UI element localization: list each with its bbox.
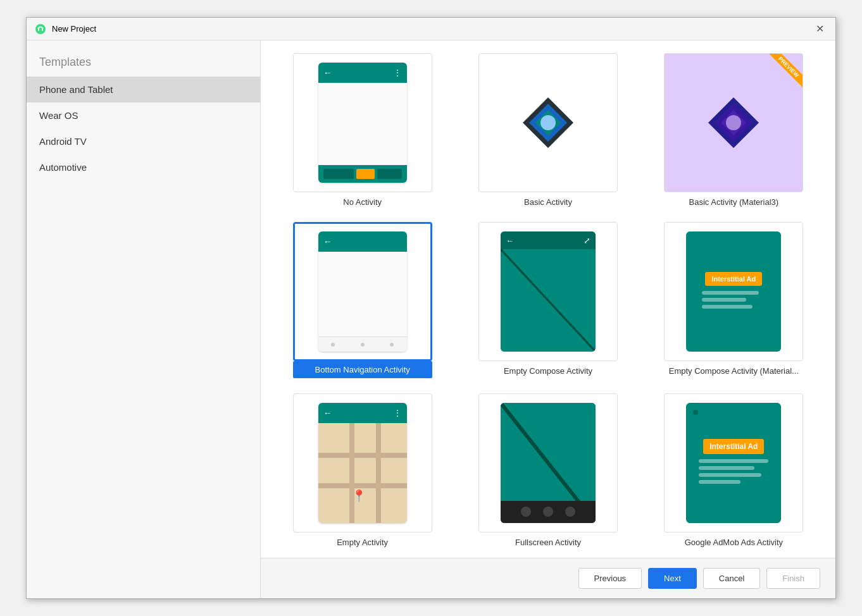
- template-bottom-navigation[interactable]: ← Bottom Navigation Activity: [276, 222, 449, 378]
- template-thumb-admob: Interstitial Ad: [664, 393, 803, 533]
- template-no-activity[interactable]: ← ⋮ No Activity: [276, 53, 449, 207]
- admob-content-line-2: [699, 466, 754, 470]
- template-label-admob: Google AdMob Ads Activity: [685, 538, 783, 547]
- phone-body-bottom-nav: [318, 252, 407, 336]
- button-bar: Previous Next Cancel Finish: [261, 558, 835, 598]
- sidebar-item-automotive[interactable]: Automotive: [27, 154, 260, 180]
- menu-icon: ⋮: [394, 68, 402, 77]
- map-mockup: ← ⋮ 📍: [318, 403, 407, 523]
- compose-mockup: ← ⤢: [501, 231, 596, 352]
- fullscreen-svg: [501, 403, 596, 523]
- template-thumb-empty-compose: ← ⤢: [478, 222, 618, 361]
- map-toolbar: ← ⋮: [318, 403, 407, 423]
- admob-top-dot: [693, 410, 698, 415]
- content-area: ← ⋮ No Activity: [261, 40, 835, 598]
- admob-lines: [702, 291, 765, 312]
- compose-back-icon: ←: [506, 236, 514, 245]
- template-empty-activity[interactable]: ← ⋮ 📍 Empty Activity: [276, 393, 449, 547]
- svg-point-19: [565, 507, 575, 517]
- nav-dot-2: [361, 343, 365, 347]
- template-basic-activity-material3[interactable]: PREVIEW Basic Activity (Material3): [647, 53, 820, 207]
- bar-seg-3: [377, 169, 402, 179]
- svg-point-18: [543, 507, 553, 517]
- map-pin-icon: 📍: [352, 489, 366, 503]
- map-road-v2: [376, 423, 381, 523]
- template-label-empty-compose-material: Empty Compose Activity (Material...: [669, 366, 799, 376]
- phone-mockup-no-activity: ← ⋮: [318, 63, 407, 183]
- android-icon: [34, 23, 47, 35]
- cancel-button[interactable]: Cancel: [703, 568, 760, 589]
- sidebar-item-phone-tablet[interactable]: Phone and Tablet: [27, 77, 260, 102]
- svg-rect-1: [38, 28, 39, 31]
- compose-body: [501, 249, 596, 352]
- admob-content-line-4: [699, 480, 740, 484]
- map-back-icon: ←: [323, 408, 332, 418]
- phone-bottom-bar: [318, 165, 407, 183]
- bar-seg-2: [356, 169, 375, 179]
- admob-mockup-main: Interstitial Ad: [686, 403, 781, 523]
- map-road-h2: [318, 483, 407, 488]
- template-label-bottom-nav: Bottom Navigation Activity: [293, 361, 432, 378]
- preview-text: PREVIEW: [768, 54, 803, 88]
- map-road-v1: [349, 423, 354, 523]
- svg-point-8: [540, 115, 556, 130]
- preview-badge: PREVIEW: [765, 54, 803, 92]
- fullscreen-mockup: [501, 403, 596, 523]
- finish-button[interactable]: Finish: [766, 568, 820, 589]
- bar-seg-1: [323, 169, 354, 179]
- admob-content-line-3: [699, 473, 761, 477]
- template-thumb-bottom-nav: ←: [293, 222, 432, 361]
- template-label-empty-activity: Empty Activity: [337, 538, 388, 547]
- template-thumb-empty-compose-material: Interstitial Ad: [664, 222, 803, 361]
- window-title: New Project: [52, 24, 812, 34]
- admob-content-line-1: [699, 459, 768, 463]
- admob-line-2: [702, 298, 746, 302]
- sidebar-item-wear-os[interactable]: Wear OS: [27, 102, 260, 128]
- template-label-basic-material3: Basic Activity (Material3): [689, 197, 779, 207]
- svg-rect-2: [42, 28, 43, 31]
- new-project-window: New Project ✕ Templates Phone and Tablet…: [26, 17, 836, 599]
- nav-dot-3: [390, 343, 394, 347]
- map-body: 📍: [318, 423, 407, 523]
- admob-dot-small: [693, 410, 698, 415]
- close-button[interactable]: ✕: [812, 22, 828, 36]
- template-empty-compose[interactable]: ← ⤢ Empty Co: [461, 222, 634, 378]
- phone-mockup-bottom-nav: ←: [318, 231, 407, 352]
- admob-line-1: [702, 291, 759, 295]
- template-basic-activity[interactable]: Basic Activity: [461, 53, 634, 207]
- svg-point-4: [41, 27, 42, 28]
- sidebar: Templates Phone and Tablet Wear OS Andro…: [27, 40, 261, 598]
- template-label-no-activity: No Activity: [343, 197, 382, 207]
- back-arrow-icon: ←: [323, 68, 332, 78]
- nav-dot-1: [331, 343, 335, 347]
- svg-point-17: [521, 507, 531, 517]
- admob-compose-mockup: Interstitial Ad: [686, 231, 781, 352]
- template-admob-ads[interactable]: Interstitial Ad Google AdMob Ads Activit…: [647, 393, 820, 547]
- basic-activity-icon: [520, 94, 577, 151]
- template-fullscreen-activity[interactable]: Fullscreen Activity: [461, 393, 634, 547]
- previous-button[interactable]: Previous: [578, 568, 642, 589]
- template-empty-compose-material[interactable]: Interstitial Ad Empty Compose Activity (…: [647, 222, 820, 378]
- main-content: Templates Phone and Tablet Wear OS Andro…: [27, 40, 835, 598]
- map-road-h1: [318, 453, 407, 458]
- phone-toolbar: ← ⋮: [318, 63, 407, 83]
- next-button[interactable]: Next: [648, 568, 697, 589]
- template-label-empty-compose: Empty Compose Activity: [504, 366, 592, 376]
- template-thumb-fullscreen: [478, 393, 618, 533]
- phone-toolbar-bottom-nav: ←: [318, 231, 407, 252]
- template-thumb-empty-activity: ← ⋮ 📍: [293, 393, 432, 533]
- compose-diagonal: [501, 249, 596, 352]
- sidebar-item-android-tv[interactable]: Android TV: [27, 128, 260, 154]
- template-thumb-basic-activity: [478, 53, 618, 192]
- templates-grid: ← ⋮ No Activity: [261, 40, 835, 558]
- phone-body: [318, 83, 407, 165]
- svg-point-3: [39, 27, 40, 28]
- title-bar: New Project ✕: [27, 18, 835, 40]
- compose-expand-icon: ⤢: [584, 236, 590, 245]
- template-thumb-no-activity: ← ⋮: [293, 53, 432, 192]
- compose-top-bar: ← ⤢: [501, 231, 596, 249]
- template-thumb-basic-material3: PREVIEW: [664, 53, 803, 192]
- map-menu-icon: ⋮: [394, 409, 402, 417]
- admob-interstitial-badge: Interstitial Ad: [703, 439, 764, 454]
- svg-point-0: [35, 24, 46, 34]
